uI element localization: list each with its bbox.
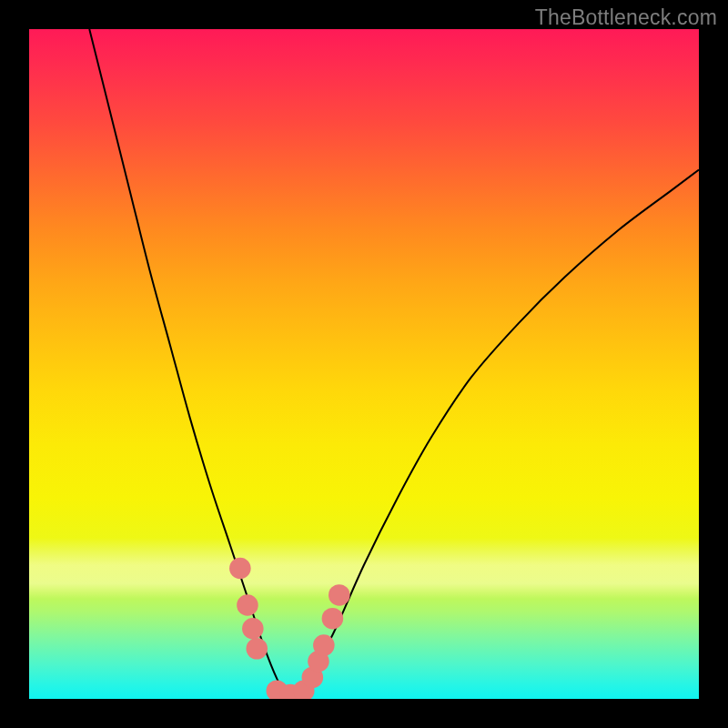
curve-markers	[229, 558, 349, 699]
plot-panel	[29, 29, 699, 699]
curve-marker	[237, 594, 258, 616]
curve-marker	[313, 634, 335, 656]
curve-marker	[322, 608, 344, 630]
curve-layer	[29, 29, 699, 699]
curve-marker	[242, 618, 264, 640]
curve-marker	[246, 638, 268, 660]
curve-marker	[329, 584, 350, 606]
curve-marker	[229, 558, 251, 580]
watermark-text: TheBottleneck.com	[535, 5, 717, 30]
chart-frame: TheBottleneck.com	[0, 0, 728, 728]
bottleneck-curve	[89, 29, 699, 698]
